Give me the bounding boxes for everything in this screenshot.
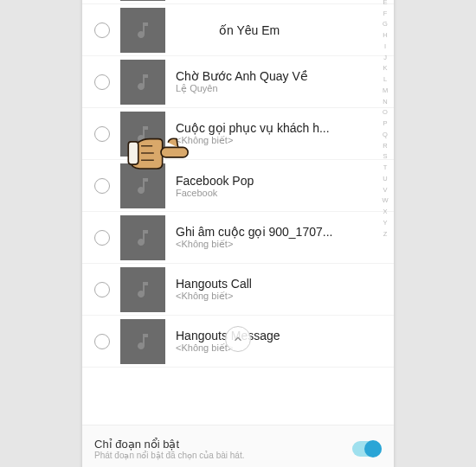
song-title: Chờ Bước Anh Quay Về [176, 69, 373, 83]
alpha-letter[interactable]: X [383, 207, 387, 218]
song-artist: Lệ Quyên [176, 83, 373, 94]
alpha-letter[interactable]: J [383, 53, 387, 64]
song-artist: Facebook [176, 188, 373, 198]
alpha-letter[interactable]: W [382, 195, 388, 207]
alpha-letter[interactable]: H [383, 30, 387, 42]
song-thumbnail [120, 319, 165, 364]
song-title: Facebook Pop [176, 174, 373, 188]
chevron-up-icon [232, 333, 244, 345]
song-artist: <Không biết> [176, 291, 373, 302]
alpha-letter[interactable]: V [383, 185, 387, 196]
music-note-icon [132, 176, 153, 196]
alpha-letter[interactable]: I [384, 42, 386, 53]
alpha-letter[interactable]: E [383, 0, 387, 9]
highlight-toggle[interactable] [352, 441, 382, 457]
alpha-letter[interactable]: U [383, 174, 387, 185]
alpha-letter[interactable]: F [383, 9, 388, 20]
list-item[interactable]: Cuộc gọi phục vụ khách h... <Không biết> [82, 108, 394, 160]
radio-unselected[interactable] [94, 74, 110, 90]
footer-subtitle: Phát đoạn nổi bật đã chọn của bài hát. [94, 451, 352, 460]
music-note-icon [132, 227, 153, 248]
music-note-icon [132, 279, 153, 300]
alpha-letter[interactable]: Z [383, 229, 388, 240]
list-item[interactable]: Ghi âm cuộc gọi 900_1707... <Không biết> [82, 212, 394, 264]
alpha-letter[interactable]: Q [383, 130, 388, 141]
radio-unselected[interactable] [94, 334, 110, 349]
scroll-to-top-button[interactable] [225, 326, 251, 352]
song-thumbnail [120, 163, 165, 208]
alpha-letter[interactable]: T [383, 163, 388, 174]
alpha-letter[interactable]: M [383, 86, 388, 97]
alpha-letter[interactable]: O [383, 107, 388, 118]
song-title: Hangouts Call [176, 277, 373, 291]
radio-unselected[interactable] [94, 22, 110, 38]
alpha-index[interactable]: &ABCDEFGHIJKLMNOPQRSTUVWXYZ [379, 0, 391, 240]
radio-unselected[interactable] [94, 282, 110, 297]
phone-frame: 2 33% 14:14 BỘ CHỌN ÂM THANH BÀI HÁT ALB… [82, 0, 394, 467]
footer-title: Chỉ đoạn nổi bật [94, 438, 352, 451]
song-list[interactable]: Can Phong Duong Trieu Vu,Le Quyen ốn Yêu… [82, 0, 394, 404]
list-item[interactable]: Facebook Pop Facebook [82, 160, 394, 212]
alpha-letter[interactable]: R [383, 141, 387, 152]
radio-unselected[interactable] [94, 178, 110, 194]
list-item[interactable]: ốn Yêu Em [82, 4, 394, 56]
music-note-icon [132, 20, 153, 41]
alpha-letter[interactable]: N [383, 97, 387, 108]
alpha-letter[interactable]: Y [383, 218, 387, 229]
highlight-only-footer: Chỉ đoạn nổi bật Phát đoạn nổi bật đã ch… [82, 425, 394, 467]
song-thumbnail [120, 60, 165, 105]
radio-unselected[interactable] [94, 126, 110, 142]
song-artist: <Không biết> [176, 239, 373, 250]
song-thumbnail [120, 8, 165, 53]
alpha-letter[interactable]: S [383, 151, 387, 163]
song-artist: <Không biết> [176, 342, 373, 354]
radio-unselected[interactable] [94, 230, 110, 246]
song-thumbnail [120, 0, 165, 1]
alpha-letter[interactable]: L [383, 74, 387, 86]
music-note-icon [132, 124, 153, 144]
alpha-letter[interactable]: G [383, 19, 388, 30]
list-item[interactable]: Hangouts Call <Không biết> [82, 264, 394, 316]
song-thumbnail [120, 215, 165, 260]
song-artist: <Không biết> [176, 135, 373, 146]
music-note-icon [132, 331, 153, 352]
alpha-letter[interactable]: P [383, 118, 387, 130]
alpha-letter[interactable]: K [383, 63, 387, 74]
song-title: ốn Yêu Em [176, 23, 373, 37]
song-thumbnail [120, 112, 165, 157]
song-thumbnail [120, 267, 165, 312]
song-title: Hangouts Message [176, 329, 373, 342]
song-title: Ghi âm cuộc gọi 900_1707... [176, 225, 373, 239]
list-item[interactable]: Chờ Bước Anh Quay Về Lệ Quyên [82, 56, 394, 108]
music-note-icon [132, 72, 153, 93]
song-title: Cuộc gọi phục vụ khách h... [176, 121, 373, 135]
